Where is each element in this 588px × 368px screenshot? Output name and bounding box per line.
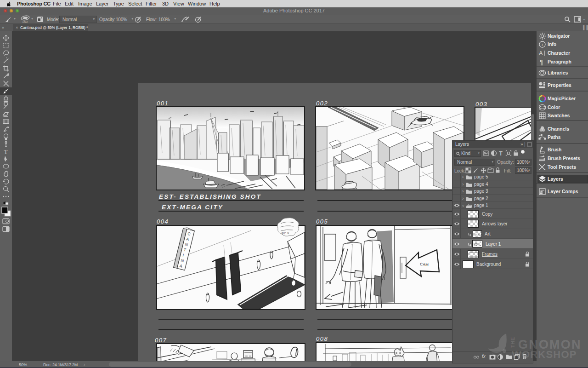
svg-text:i: i: [542, 42, 543, 47]
svg-text:T: T: [499, 150, 503, 157]
svg-text:T: T: [4, 148, 8, 155]
svg-text:CAM: CAM: [420, 262, 429, 267]
svg-text:¶: ¶: [540, 58, 543, 66]
svg-text:A: A: [539, 50, 543, 57]
